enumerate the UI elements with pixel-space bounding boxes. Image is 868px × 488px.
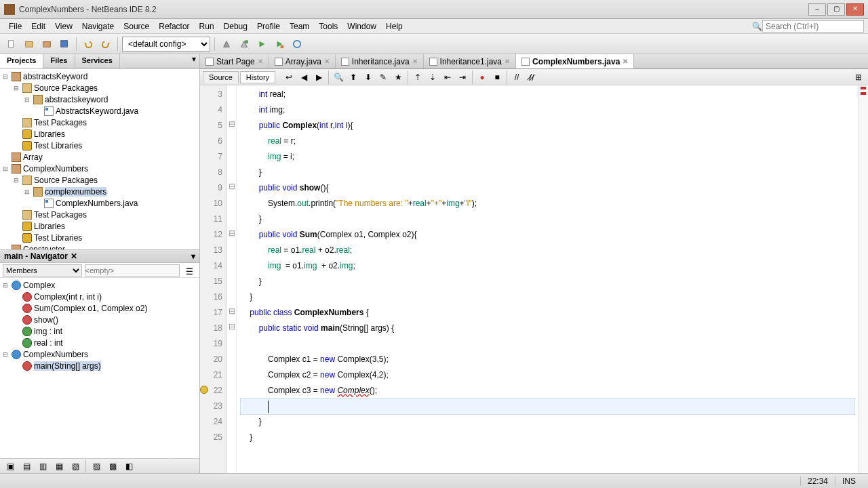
shift-right-icon[interactable]: ⇥ <box>456 70 469 84</box>
nav-node[interactable]: Sum(Complex o1, Complex o2) <box>1 302 198 314</box>
code-line[interactable]: public class ComplexNumbers { <box>241 305 854 321</box>
tree-node[interactable]: ⊟Source Packages <box>1 174 198 186</box>
new-project-button[interactable] <box>22 37 37 52</box>
nav-node[interactable]: show() <box>1 314 198 325</box>
nav-node[interactable]: ⊟ComplexNumbers <box>1 348 198 360</box>
panel-minimize-icon[interactable]: ▾ <box>189 54 199 68</box>
tab-projects[interactable]: Projects <box>0 54 43 68</box>
prev-bookmark-icon[interactable]: ⇡ <box>411 70 425 84</box>
close-tab-icon[interactable]: ✕ <box>324 58 330 65</box>
code-line[interactable]: } <box>241 211 854 227</box>
new-file-button[interactable] <box>4 37 19 52</box>
nav-tool-3[interactable]: ▥ <box>35 459 50 474</box>
code-line[interactable]: } <box>241 430 854 445</box>
line-number[interactable]: 18 <box>201 321 222 336</box>
nav-node[interactable]: img : int <box>1 325 198 337</box>
uncomment-icon[interactable]: /̷/̷ <box>525 70 538 84</box>
code-line[interactable]: } <box>241 414 854 430</box>
code-line[interactable] <box>241 399 854 414</box>
undo-button[interactable] <box>81 37 96 52</box>
expander-icon[interactable]: ⊟ <box>1 73 9 80</box>
nav-node[interactable]: ⊟Complex <box>1 279 198 291</box>
menu-help[interactable]: Help <box>381 20 408 33</box>
run-config-select[interactable]: <default config> <box>122 37 210 52</box>
line-number[interactable]: 13 <box>201 243 222 258</box>
code-line[interactable]: img = o1.img + o2.img; <box>241 258 854 274</box>
debug-button[interactable] <box>272 37 287 52</box>
redo-button[interactable] <box>98 37 113 52</box>
tree-node[interactable]: ⊟complexnumbers <box>1 186 198 197</box>
code-line[interactable]: Complex c1 = new Complex(3,5); <box>241 352 854 367</box>
line-number[interactable]: 24 <box>201 414 222 430</box>
editor-tab[interactable]: Inheritance1.java✕ <box>424 54 516 68</box>
line-number[interactable]: 19 <box>201 336 222 352</box>
code-line[interactable]: img = i; <box>241 149 854 165</box>
nav-tool-2[interactable]: ▤ <box>19 459 34 474</box>
tree-node[interactable]: Array <box>1 151 198 163</box>
code-line[interactable]: real = r; <box>241 134 854 149</box>
error-glyph-icon[interactable] <box>200 386 208 394</box>
code-line[interactable]: } <box>241 165 854 180</box>
fold-toggle-icon[interactable]: ⊟ <box>227 319 236 335</box>
menu-view[interactable]: View <box>50 20 77 33</box>
close-tab-icon[interactable]: ✕ <box>412 58 418 65</box>
menu-source[interactable]: Source <box>119 20 154 33</box>
error-mark[interactable] <box>861 87 866 89</box>
tree-node[interactable]: Test Packages <box>1 209 198 220</box>
code-line[interactable]: System.out.println("The numbers are: "+r… <box>241 196 854 211</box>
fold-toggle-icon[interactable]: ⊟ <box>227 226 236 241</box>
last-edit-icon[interactable]: ↩ <box>282 70 296 84</box>
expander-icon[interactable]: ⊟ <box>1 282 9 289</box>
navigator-tree[interactable]: ⊟ComplexComplex(int r, int i)Sum(Complex… <box>0 278 199 458</box>
toggle-bookmark-icon[interactable]: ★ <box>391 70 405 84</box>
nav-tool-4[interactable]: ▦ <box>52 459 66 474</box>
line-number[interactable]: 16 <box>201 289 222 305</box>
editor-tab[interactable]: Start Page✕ <box>200 54 269 68</box>
tree-node[interactable]: Libraries <box>1 220 198 232</box>
editor-tab[interactable]: Array.java✕ <box>269 54 336 68</box>
close-icon[interactable]: ✕ <box>71 251 77 261</box>
editor-tab[interactable]: ComplexNumbers.java✕ <box>516 54 634 68</box>
menu-file[interactable]: File <box>4 20 26 33</box>
close-button[interactable]: ✕ <box>846 3 864 16</box>
line-number[interactable]: 15 <box>201 274 222 289</box>
code-line[interactable]: } <box>241 289 854 305</box>
shift-left-icon[interactable]: ⇤ <box>441 70 454 84</box>
next-bookmark-icon[interactable]: ⇣ <box>426 70 439 84</box>
find-next-icon[interactable]: ⬇ <box>361 70 375 84</box>
close-tab-icon[interactable]: ✕ <box>623 58 628 65</box>
code-line[interactable]: public void show(){ <box>241 180 854 196</box>
menu-run[interactable]: Run <box>195 20 219 33</box>
tree-node[interactable]: ⊟Source Packages <box>1 82 198 94</box>
line-number[interactable]: 21 <box>201 367 222 383</box>
nav-tool-5[interactable]: ▧ <box>68 459 83 474</box>
line-number[interactable]: 8 <box>201 165 222 180</box>
code-line[interactable]: public static void main(String[] args) { <box>241 321 854 336</box>
tree-node[interactable]: Constructor <box>1 243 198 249</box>
close-tab-icon[interactable]: ✕ <box>505 58 510 65</box>
line-number[interactable]: 5 <box>201 118 222 134</box>
search-input[interactable] <box>762 20 864 33</box>
menu-window[interactable]: Window <box>342 20 381 33</box>
tree-node[interactable]: Test Packages <box>1 117 198 128</box>
code-line[interactable]: Complex c3 = new Complex(); <box>241 383 854 399</box>
nav-tool-7[interactable]: ▩ <box>105 459 120 474</box>
maximize-button[interactable]: ▢ <box>827 3 845 16</box>
expander-icon[interactable]: ⊟ <box>12 177 20 184</box>
line-number[interactable]: 11 <box>201 211 222 227</box>
expander-icon[interactable]: ⊟ <box>1 351 9 358</box>
panel-minimize-icon[interactable]: ▾ <box>191 251 195 261</box>
expander-icon[interactable]: ⊟ <box>12 85 20 92</box>
line-number[interactable]: 3 <box>201 87 222 102</box>
nav-tool-8[interactable]: ◧ <box>121 459 136 474</box>
forward-icon[interactable]: ▶ <box>312 70 326 84</box>
nav-node[interactable]: real : int <box>1 337 198 348</box>
code-line[interactable]: Complex c2 = new Complex(4,2); <box>241 367 854 383</box>
line-number[interactable]: 23 <box>201 399 222 414</box>
tree-node[interactable]: ⊟abstractsKeyword <box>1 70 198 82</box>
source-tab[interactable]: Source <box>203 71 239 83</box>
line-number[interactable]: 9 <box>201 180 222 196</box>
menu-navigate[interactable]: Navigate <box>77 20 119 33</box>
toggle-highlight-icon[interactable]: ✎ <box>376 70 390 84</box>
menu-team[interactable]: Team <box>285 20 314 33</box>
